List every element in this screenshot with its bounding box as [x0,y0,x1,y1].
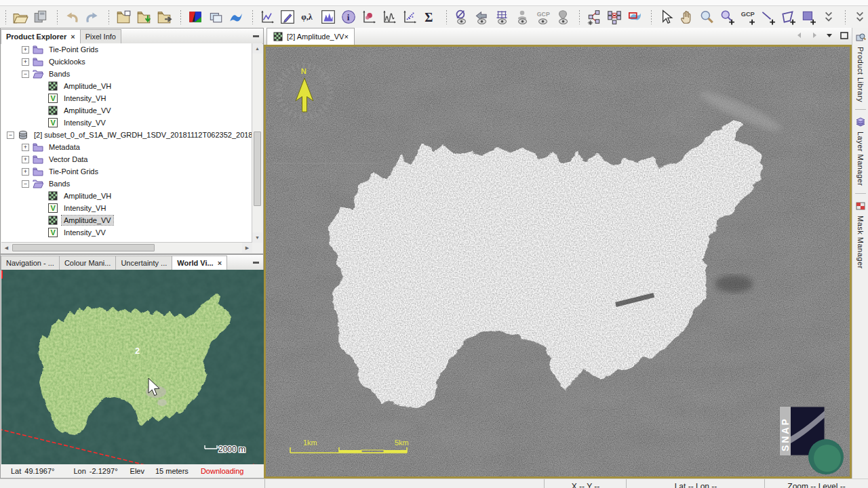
information-icon[interactable]: i [340,7,359,26]
gcp-overlay-icon[interactable]: GCP [534,7,553,26]
vector-data-overlay-icon[interactable] [473,7,492,26]
toolbar-grip-handle[interactable] [108,9,110,24]
open-product-icon[interactable] [12,7,31,26]
save-product-icon[interactable] [32,7,51,26]
tree-row[interactable]: VIntensity_VV [1,117,252,129]
no-data-overlay-icon[interactable] [452,7,471,26]
collapse-icon[interactable]: − [7,131,14,139]
histogram-icon[interactable] [319,7,338,26]
scroll-down-icon[interactable]: ▼ [252,232,262,243]
expand-icon[interactable]: + [22,46,29,54]
document-tab-amplitude-vv[interactable]: [2] Amplitude_VV × [267,28,355,45]
vertical-scroll-thumb[interactable] [254,131,261,206]
graph-grid-icon[interactable] [606,7,625,26]
tree-row[interactable]: +Vector Data [1,153,252,165]
figure-editor-icon[interactable] [279,7,298,26]
tab-pixel-info[interactable]: Pixel Info [80,29,121,43]
toolbar-grip-handle[interactable] [252,9,254,24]
tree-row[interactable]: VIntensity_VH [1,202,252,214]
rectangle-draw-tool-icon[interactable] [800,7,818,26]
toolbar-grip-handle[interactable] [578,9,580,24]
zoom-tool-icon[interactable] [698,7,717,26]
tree-row[interactable]: +Metadata [1,141,252,153]
undo-icon[interactable] [63,7,82,26]
collapse-icon[interactable]: − [22,180,29,188]
toolbar-grip-handle[interactable] [650,9,652,24]
sidebar-tab-product-library[interactable]: Product Library [852,28,868,106]
toolbar-grip-handle[interactable] [844,9,846,24]
next-document-icon[interactable] [810,30,819,40]
product-export-icon[interactable] [155,7,174,26]
tree-row[interactable]: −Bands [1,68,252,80]
profile-plot-icon[interactable] [258,7,277,26]
toolbar-grip-handle[interactable] [5,9,7,24]
tab-world-vi[interactable]: World Vi...× [172,256,227,270]
expand-icon[interactable]: + [22,156,29,163]
tree-vertical-scrollbar[interactable]: ▲ ▼ [252,43,262,243]
expand-icon[interactable]: + [22,168,29,176]
zoom-in-tool-icon[interactable] [718,7,737,26]
maximize-window-icon[interactable] [840,30,849,40]
tree-row[interactable]: −Bands [1,178,252,190]
select-tool-icon[interactable] [657,7,676,26]
expand-icon[interactable]: + [22,144,29,151]
redo-icon[interactable] [83,7,102,26]
statistics-icon[interactable]: Σ [421,7,440,26]
minimize-panel-button[interactable] [252,32,260,40]
tree-row[interactable]: Amplitude_VV [1,104,252,117]
toolbar-overflow-icon[interactable] [820,7,839,26]
tree-row[interactable]: Amplitude_VH [1,80,252,92]
world-view-map[interactable]: 2 2000 m [1,270,264,464]
document-list-dropdown-icon[interactable] [825,30,834,40]
close-icon[interactable]: × [71,33,75,40]
collapse-icon[interactable]: − [22,70,29,78]
tree-row[interactable]: +Quicklooks [1,56,252,68]
close-icon[interactable]: × [344,33,348,41]
reopen-view-icon[interactable] [227,7,246,26]
horizontal-scroll-thumb[interactable] [12,244,155,251]
tree-row[interactable]: VIntensity_VH [1,92,252,104]
tab-colour-mani[interactable]: Colour Mani... [59,256,116,270]
tab-navigation[interactable]: Navigation - ... [1,256,60,270]
graticule-overlay-icon[interactable] [493,7,512,26]
placemark-overlay-icon[interactable] [554,7,573,26]
density-plot-icon[interactable] [360,7,379,26]
rgb-image-view-icon[interactable] [186,7,205,26]
toolbar-grip-handle[interactable] [56,9,58,24]
toolbar-grip-handle[interactable] [180,9,182,24]
sidebar-tab-mask-manager[interactable]: Mask Manager [852,197,868,273]
graph-node-icon[interactable] [585,7,604,26]
pan-tool-icon[interactable] [677,7,696,26]
world-footprint-icon[interactable] [626,7,645,26]
product-subset-icon[interactable] [115,7,134,26]
prev-document-icon[interactable] [795,30,804,40]
tab-product-explorer[interactable]: Product Explorer× [1,29,81,43]
scroll-up-icon[interactable]: ▲ [252,43,262,54]
product-import-icon[interactable] [135,7,154,26]
sar-image-view[interactable]: N 1km 5km [264,45,852,479]
scroll-right-icon[interactable]: ▶ [242,243,252,253]
tree-row[interactable]: Amplitude_VV [1,214,252,226]
minimize-panel-button[interactable] [252,258,260,266]
polygon-draw-tool-icon[interactable] [779,7,798,26]
expand-icon[interactable]: + [22,58,29,66]
spectrum-view-icon[interactable] [380,7,399,26]
geo-coordinates-icon[interactable]: φ,λ [299,7,318,26]
close-icon[interactable]: × [218,260,222,266]
scroll-left-icon[interactable]: ◀ [1,243,12,253]
toolbar-overflow-icon[interactable] [851,7,868,26]
tree-horizontal-scrollbar[interactable]: ◀ ▶ [1,242,252,253]
pin-overlay-icon[interactable] [513,7,532,26]
gcp-insert-tool-icon[interactable]: GCP [738,7,757,26]
line-draw-tool-icon[interactable] [759,7,778,26]
toolbar-grip-handle[interactable] [446,9,448,24]
tab-uncertainty[interactable]: Uncertainty ... [115,256,172,270]
tree-row[interactable]: +Tie-Point Grids [1,165,252,178]
scatter-plot-icon[interactable] [401,7,420,26]
tree-row[interactable]: VIntensity_VV [1,226,252,239]
tree-row[interactable]: −[2] subset_0_of_S1A_IW_GRDH_1SDV_201811… [1,129,252,141]
tree-row[interactable]: Amplitude_VH [1,190,252,202]
sidebar-tab-layer-manager[interactable]: Layer Manager [852,113,868,190]
tree-row[interactable]: +Tie-Point Grids [1,43,252,56]
image-views-icon[interactable] [207,7,226,26]
